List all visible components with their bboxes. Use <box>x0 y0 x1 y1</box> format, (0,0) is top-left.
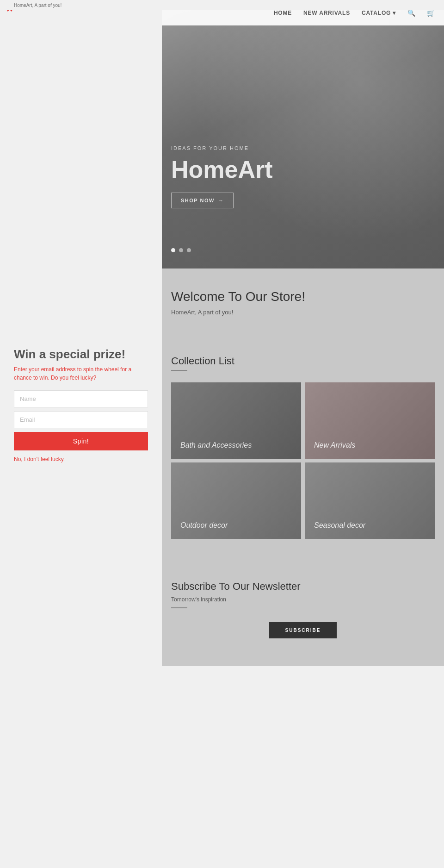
collection-card-bath[interactable]: Bath and Accessories <box>171 382 301 459</box>
nav-home[interactable]: HOME <box>274 10 292 16</box>
hero-dot-3[interactable] <box>187 248 191 252</box>
newsletter-section: Subscribe To Our Newsletter Tomorrow's i… <box>162 557 444 666</box>
no-lucky-link[interactable]: No, I don't feel lucky. <box>14 456 148 462</box>
collection-label-bath: Bath and Accessories <box>180 441 252 450</box>
hero-title: HomeArt <box>171 156 273 183</box>
collection-label-new-arrivals: New Arrivals <box>314 441 355 450</box>
hero-dot-2[interactable] <box>179 248 183 252</box>
hero-section: IDEAS FOR YOUR HOME HomeArt SHOP NOW → <box>162 0 444 269</box>
left-panel: ✕ Win a special prize! Enter your email … <box>0 0 162 868</box>
collection-label-outdoor: Outdoor decor <box>180 521 228 530</box>
tab-title: HomeArt, A part of you! <box>14 3 62 8</box>
shop-now-button[interactable]: SHOP NOW → <box>171 193 234 208</box>
hero-dot-1[interactable] <box>171 248 175 252</box>
collection-section: Collection List Bath and Accessories New… <box>162 337 444 557</box>
collection-card-new-arrivals[interactable]: New Arrivals <box>305 382 435 459</box>
collection-grid: Bath and Accessories New Arrivals Outdoo… <box>171 382 435 539</box>
shop-now-label: SHOP NOW <box>181 198 215 203</box>
welcome-section: Welcome To Our Store! HomeArt, A part of… <box>162 269 444 337</box>
hero-subtitle: IDEAS FOR YOUR HOME <box>171 145 273 151</box>
nav-catalog-label: CATALOG <box>362 10 391 16</box>
collection-title: Collection List <box>171 355 435 367</box>
prize-popup: Win a special prize! Enter your email ad… <box>0 333 162 476</box>
collection-label-seasonal: Seasonal decor <box>314 521 365 530</box>
welcome-title: Welcome To Our Store! <box>171 289 432 304</box>
hero-dots <box>171 248 191 252</box>
prize-title: Win a special prize! <box>14 347 148 362</box>
main-content: HOME NEW ARRIVALS CATALOG ▾ 🔍 🛒 IDEAS FO… <box>162 0 444 868</box>
collection-divider <box>171 370 187 371</box>
tab-bar: HomeArt, A part of you! <box>0 0 444 10</box>
newsletter-divider <box>171 607 187 608</box>
shop-now-arrow: → <box>218 198 224 203</box>
prize-description: Enter your email address to spin the whe… <box>14 365 148 382</box>
catalog-dropdown-icon: ▾ <box>393 10 396 16</box>
nav-new-arrivals[interactable]: NEW ARRIVALS <box>303 10 350 16</box>
hero-content: IDEAS FOR YOUR HOME HomeArt SHOP NOW → <box>171 145 273 208</box>
welcome-subtitle: HomeArt, A part of you! <box>171 309 432 316</box>
collection-card-seasonal[interactable]: Seasonal decor <box>305 462 435 539</box>
newsletter-title: Subscribe To Our Newsletter <box>171 581 435 593</box>
collection-card-outdoor[interactable]: Outdoor decor <box>171 462 301 539</box>
hero-background <box>162 0 444 269</box>
spin-button[interactable]: Spin! <box>14 432 148 450</box>
prize-email-input[interactable] <box>14 411 148 428</box>
nav-catalog[interactable]: CATALOG ▾ <box>362 10 396 16</box>
prize-name-input[interactable] <box>14 390 148 407</box>
newsletter-subtitle: Tomorrow's inspiration <box>171 596 435 603</box>
subscribe-button[interactable]: SUBSCRIBE <box>269 622 337 638</box>
